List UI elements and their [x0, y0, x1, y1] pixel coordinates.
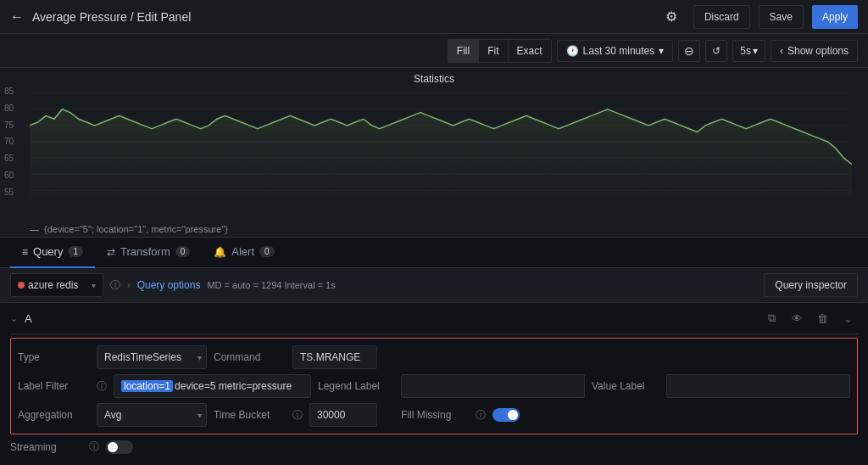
- datasource-selector[interactable]: azure redis ▾: [10, 273, 103, 297]
- back-icon: ←: [10, 9, 24, 25]
- query-tab-icon: ≡: [22, 246, 28, 258]
- fill-missing-toggle[interactable]: [492, 408, 520, 422]
- interval-label: 5s: [740, 45, 751, 57]
- tab-alert-label: Alert: [231, 245, 254, 258]
- y-label-55: 55: [4, 188, 14, 197]
- time-bucket-info-icon[interactable]: ⓘ: [292, 408, 303, 423]
- y-label-65: 65: [4, 154, 14, 163]
- chart-container: 85 80 75 70 65 60 55: [0, 87, 868, 222]
- legend-label-label: Legend Label: [318, 380, 394, 392]
- legend-label-input[interactable]: [401, 374, 585, 398]
- fill-button[interactable]: Fill: [448, 40, 479, 62]
- label-filter-info-icon[interactable]: ⓘ: [97, 379, 107, 394]
- discard-button[interactable]: Discard: [693, 5, 750, 29]
- tab-transform-badge: 0: [175, 246, 191, 257]
- streaming-row: Streaming ⓘ: [10, 434, 858, 454]
- breadcrumb-chevron-icon: ›: [127, 280, 131, 290]
- tabs-bar: ≡ Query 1 ⇄ Transform 0 🔔 Alert 0: [0, 238, 868, 268]
- type-select-wrapper: RedisTimeSeries: [97, 345, 207, 369]
- aggregation-row: Aggregation Avg Time Bucket ⓘ Fill Missi…: [18, 403, 850, 427]
- time-range-label: Last 30 minutes: [583, 45, 655, 57]
- type-command-row: Type RedisTimeSeries Command TS.MRANGE: [18, 345, 850, 369]
- fit-button[interactable]: Fit: [479, 40, 508, 62]
- tab-alert-badge: 0: [259, 246, 275, 257]
- settings-button[interactable]: ⚙: [658, 3, 685, 31]
- line-chart: [30, 87, 852, 197]
- value-label-input[interactable]: [666, 374, 850, 398]
- tab-query-label: Query: [33, 245, 63, 258]
- label-filter-rest: device=5 metric=pressure: [175, 380, 292, 392]
- aggregation-label: Aggregation: [18, 409, 90, 421]
- label-filter-input[interactable]: location=1 device=5 metric=pressure: [114, 374, 311, 398]
- transform-tab-icon: ⇄: [107, 246, 115, 258]
- query-editor: ⌄ A ⧉ 👁 🗑 ⌄ Type RedisTimeSeries Command…: [0, 303, 868, 461]
- label-highlight: location=1: [121, 380, 173, 392]
- legend-dash-icon: —: [30, 224, 39, 234]
- tab-query-badge: 1: [68, 246, 83, 257]
- fill-missing-info-icon[interactable]: ⓘ: [476, 408, 486, 423]
- query-inspector-button[interactable]: Query inspector: [764, 273, 858, 297]
- aggregation-select[interactable]: Avg: [97, 403, 207, 427]
- fill-fit-group: Fill Fit Exact: [448, 39, 552, 63]
- interval-button[interactable]: 5s ▾: [732, 40, 765, 62]
- chart-toolbar: Fill Fit Exact 🕐 Last 30 minutes ▾ ⊖ ↺ 5…: [0, 34, 868, 68]
- type-label: Type: [18, 351, 90, 363]
- refresh-button[interactable]: ↺: [705, 40, 727, 62]
- tab-alert[interactable]: 🔔 Alert 0: [202, 238, 286, 268]
- zoom-out-button[interactable]: ⊖: [678, 40, 700, 62]
- tab-transform-label: Transform: [120, 245, 170, 258]
- top-bar: ← Average Pressure / Edit Panel ⚙ Discar…: [0, 0, 868, 34]
- back-button[interactable]: ←: [10, 9, 24, 25]
- query-form: Type RedisTimeSeries Command TS.MRANGE L…: [10, 338, 858, 434]
- value-label-label: Value Label: [592, 380, 659, 392]
- tab-query[interactable]: ≡ Query 1: [10, 238, 95, 268]
- time-bucket-label: Time Bucket: [214, 409, 286, 421]
- query-meta: MD = auto = 1294 Interval = 1s: [207, 280, 335, 290]
- gear-icon: ⚙: [665, 8, 677, 25]
- show-options-button[interactable]: ‹ Show options: [771, 40, 858, 62]
- type-select[interactable]: RedisTimeSeries: [97, 345, 207, 369]
- more-button[interactable]: ⌄: [837, 308, 858, 328]
- time-range-button[interactable]: 🕐 Last 30 minutes ▾: [557, 40, 674, 62]
- section-a-header: ⌄ A ⧉ 👁 🗑 ⌄: [10, 303, 858, 334]
- y-label-80: 80: [4, 104, 14, 113]
- command-label: Command: [214, 351, 286, 363]
- query-options-link[interactable]: Query options: [137, 279, 201, 291]
- datasource-info-icon[interactable]: ⓘ: [110, 278, 120, 293]
- legend-label: {device="5"; location="1", metric="press…: [44, 224, 228, 234]
- show-options-chevron-icon: ‹: [780, 45, 783, 57]
- streaming-toggle[interactable]: [106, 440, 133, 454]
- section-label: A: [25, 312, 32, 325]
- command-value: TS.MRANGE: [292, 345, 377, 369]
- tab-transform[interactable]: ⇄ Transform 0: [95, 238, 202, 268]
- y-label-60: 60: [4, 171, 14, 180]
- y-label-85: 85: [4, 87, 14, 96]
- y-label-70: 70: [4, 137, 14, 146]
- show-options-label: Show options: [787, 45, 849, 57]
- chart-legend: — {device="5"; location="1", metric="pre…: [0, 222, 868, 236]
- streaming-info-icon[interactable]: ⓘ: [89, 440, 99, 454]
- page-title: Average Pressure / Edit Panel: [32, 10, 649, 24]
- fill-missing-label: Fill Missing: [401, 409, 469, 421]
- copy-button[interactable]: ⧉: [761, 308, 782, 328]
- save-button[interactable]: Save: [759, 5, 804, 29]
- chart-area: Statistics 85 80 75 70 65 60 55 — {devic…: [0, 68, 868, 238]
- eye-button[interactable]: 👁: [787, 308, 807, 328]
- section-actions: ⧉ 👁 🗑 ⌄: [761, 308, 858, 328]
- label-filter-row: Label Filter ⓘ location=1 device=5 metri…: [18, 374, 850, 398]
- alert-tab-icon: 🔔: [214, 246, 226, 258]
- delete-button[interactable]: 🗑: [812, 308, 832, 328]
- exact-button[interactable]: Exact: [509, 40, 551, 62]
- datasource-label: azure redis: [28, 279, 78, 291]
- clock-icon: 🕐: [566, 45, 579, 57]
- aggregation-select-wrapper: Avg: [97, 403, 207, 427]
- section-expand-button[interactable]: ⌄: [10, 313, 18, 324]
- chevron-down-icon: ▾: [659, 45, 664, 57]
- datasource-status-dot: [18, 282, 25, 289]
- bottom-panel: ≡ Query 1 ⇄ Transform 0 🔔 Alert 0 azure …: [0, 238, 868, 461]
- chart-title: Statistics: [0, 68, 868, 87]
- time-bucket-input[interactable]: [309, 403, 377, 427]
- datasource-chevron-icon: ▾: [92, 281, 96, 290]
- apply-button[interactable]: Apply: [812, 5, 858, 29]
- query-source-row: azure redis ▾ ⓘ › Query options MD = aut…: [0, 268, 868, 303]
